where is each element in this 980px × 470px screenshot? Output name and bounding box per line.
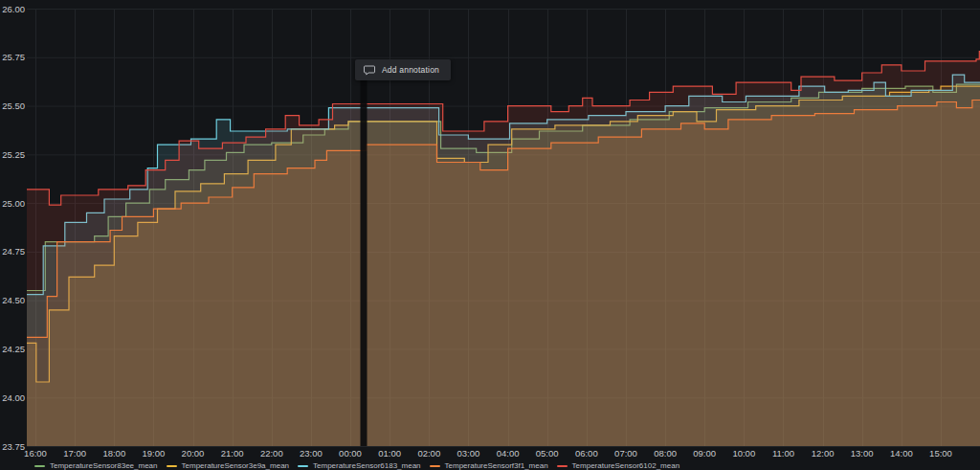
graph-panel: 26.0025.7525.5025.2525.0024.7524.5024.25…	[0, 0, 980, 470]
legend-item[interactable]: TemperatureSensor83ee_mean	[34, 460, 158, 470]
series-color-dash	[167, 465, 177, 467]
y-tick-label: 23.75	[2, 441, 25, 452]
x-axis: 16:0017:0018:0019:0020:0021:0022:0023:00…	[24, 448, 952, 459]
x-tick-label: 00:00	[339, 448, 362, 459]
series-color-dash	[557, 465, 568, 467]
series-color-dash	[298, 465, 308, 467]
x-tick-label: 06:00	[575, 448, 598, 459]
legend-item-label: TemperatureSensorf3f1_mean	[445, 460, 548, 470]
series-color-dash	[430, 465, 440, 467]
y-axis: 26.0025.7525.5025.2525.0024.7524.5024.25…	[2, 4, 25, 452]
x-tick-label: 05:00	[536, 448, 559, 459]
y-tick-label: 26.00	[2, 4, 25, 14]
legend-item-label: TemperatureSensor3e9a_mean	[182, 460, 290, 470]
legend-item-label: TemperatureSensor6183_mean	[313, 460, 421, 470]
legend-item[interactable]: TemperatureSensorf3f1_mean	[430, 460, 548, 470]
x-tick-label: 21:00	[221, 448, 244, 459]
add-annotation-label: Add annotation	[382, 65, 439, 75]
series-fill-TemperatureSensor6102_mean	[27, 52, 980, 446]
x-tick-label: 17:00	[63, 448, 86, 459]
legend-item[interactable]: TemperatureSensor3e9a_mean	[167, 460, 290, 470]
x-tick-label: 02:00	[417, 448, 440, 459]
x-tick-label: 03:00	[457, 448, 480, 459]
legend-item-label: TemperatureSensor83ee_mean	[50, 460, 158, 470]
x-tick-label: 15:00	[929, 448, 952, 459]
time-series-chart[interactable]: 26.0025.7525.5025.2525.0024.7524.5024.25…	[0, 0, 980, 470]
y-tick-label: 25.75	[2, 52, 25, 62]
y-tick-label: 25.50	[2, 101, 25, 111]
x-tick-label: 13:00	[851, 448, 874, 459]
x-tick-label: 10:00	[732, 448, 755, 459]
y-tick-label: 25.25	[2, 149, 25, 160]
x-tick-label: 20:00	[182, 448, 205, 459]
y-tick-label: 24.75	[2, 246, 25, 257]
x-tick-label: 19:00	[143, 448, 166, 459]
legend: TemperatureSensor83ee_meanTemperatureSen…	[34, 460, 688, 470]
x-tick-label: 12:00	[812, 448, 835, 459]
x-tick-label: 07:00	[614, 448, 637, 459]
legend-item-label: TemperatureSensor6102_mean	[572, 460, 680, 470]
comment-icon	[364, 65, 375, 76]
add-annotation-tooltip[interactable]: Add annotation	[355, 59, 451, 80]
legend-item[interactable]: TemperatureSensor6102_mean	[557, 460, 680, 470]
x-tick-label: 08:00	[654, 448, 677, 459]
x-tick-label: 09:00	[693, 448, 716, 459]
y-tick-label: 25.00	[2, 198, 25, 209]
legend-item[interactable]: TemperatureSensor6183_mean	[298, 460, 421, 470]
x-tick-label: 22:00	[260, 448, 283, 459]
y-tick-label: 24.50	[2, 295, 25, 305]
series-color-dash	[34, 465, 45, 467]
x-tick-label: 18:00	[102, 448, 125, 459]
x-tick-label: 01:00	[378, 448, 401, 459]
y-tick-label: 24.25	[2, 344, 25, 354]
y-tick-label: 24.00	[2, 392, 25, 403]
x-tick-label: 16:00	[24, 448, 47, 459]
annotation-cursor[interactable]	[361, 63, 368, 446]
x-tick-label: 23:00	[300, 448, 323, 459]
x-tick-label: 14:00	[890, 448, 913, 459]
x-tick-label: 04:00	[497, 448, 520, 459]
x-tick-label: 11:00	[772, 448, 794, 459]
